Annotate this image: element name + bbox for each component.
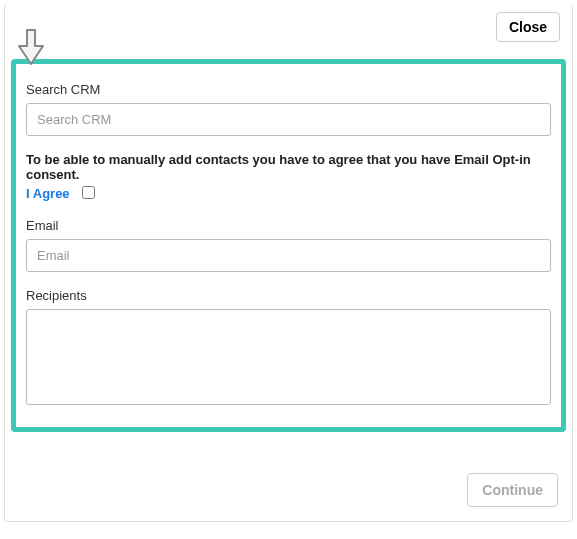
callout-arrow-icon xyxy=(15,28,47,72)
recipients-label: Recipients xyxy=(26,288,551,303)
search-crm-input[interactable] xyxy=(26,103,551,136)
search-crm-label: Search CRM xyxy=(26,82,551,97)
email-label: Email xyxy=(26,218,551,233)
agree-label: I Agree xyxy=(26,186,70,201)
continue-button[interactable]: Continue xyxy=(467,473,558,507)
email-input[interactable] xyxy=(26,239,551,272)
dialog-panel: Close Search CRM To be able to manually … xyxy=(4,4,573,522)
agree-checkbox[interactable] xyxy=(82,186,95,199)
close-button[interactable]: Close xyxy=(496,12,560,42)
consent-section: To be able to manually add contacts you … xyxy=(26,152,551,202)
highlighted-form-area: Search CRM To be able to manually add co… xyxy=(11,59,566,432)
consent-text: To be able to manually add contacts you … xyxy=(26,152,551,182)
recipients-textarea[interactable] xyxy=(26,309,551,405)
